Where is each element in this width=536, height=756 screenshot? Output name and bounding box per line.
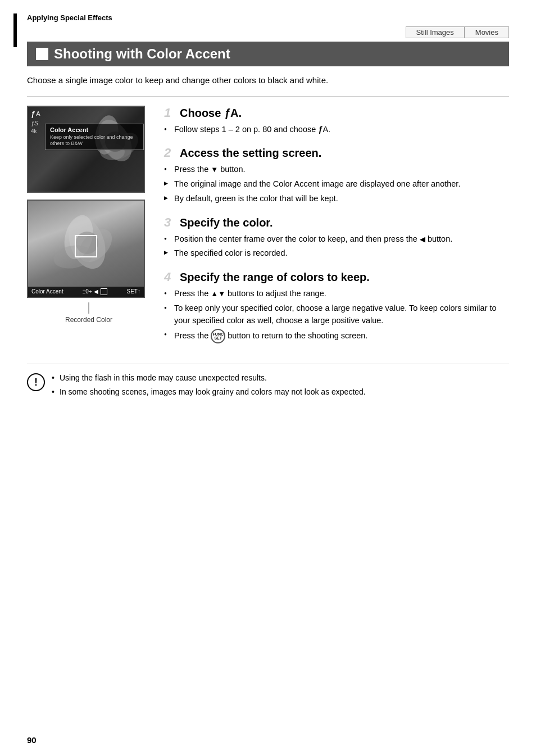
step-3-bullet-1: Position the center frame over the color… [164, 233, 509, 246]
step-4-header: 4 Specify the range of colors to keep. [164, 270, 509, 284]
step-2-bullet-3: By default, green is the color that will… [164, 193, 509, 205]
step-4-bullet-1: Press the ▲▼ buttons to adjust the range… [164, 288, 509, 300]
note-box: ! Using the flash in this mode may cause… [27, 364, 509, 400]
step-2-bullets: Press the ▼ button. The original image a… [164, 164, 509, 205]
section-label: Applying Special Effects [27, 13, 509, 22]
cam1-icon-4k: 4k [31, 128, 40, 134]
step-3-bullets: Position the center frame over the color… [164, 233, 509, 260]
recorded-color-line [66, 302, 111, 314]
step-3-num: 3 [164, 215, 175, 230]
step-1-title: Choose ƒA. [180, 107, 242, 120]
func-set-btn: FUNCSET [211, 329, 225, 343]
step-3: 3 Specify the color. Position the center… [164, 215, 509, 260]
cam1-menu-desc: Keep only selected color and change othe… [50, 134, 139, 147]
cam2-center-frame [75, 235, 97, 257]
cam2-value: ±0÷ [83, 288, 92, 295]
note-list: Using the flash in this mode may cause u… [52, 372, 366, 400]
page-number: 90 [27, 735, 37, 745]
step-3-title: Specify the color. [180, 216, 273, 229]
note-1: Using the flash in this mode may cause u… [52, 372, 366, 384]
step-2-title: Access the setting screen. [180, 147, 321, 160]
step-2-bullet-1: Press the ▼ button. [164, 164, 509, 176]
camera-screen-2: Color Accent ±0÷ ◀ SET↑ [27, 200, 145, 298]
cam2-left-btn: ◀ [94, 288, 98, 295]
step-2-header: 2 Access the setting screen. [164, 146, 509, 160]
step-4-title: Specify the range of colors to keep. [180, 271, 370, 284]
step-1-bullet-1: Follow steps 1 – 2 on p. 80 and choose ƒ… [164, 124, 509, 136]
step-3-bullet-2: The specified color is recorded. [164, 247, 509, 260]
right-steps: 1 Choose ƒA. Follow steps 1 – 2 on p. 80… [164, 106, 509, 354]
step-2-bullet-2: The original image and the Color Accent … [164, 178, 509, 191]
intro-text: Choose a single image color to keep and … [27, 74, 509, 87]
step-4-bullets: Press the ▲▼ buttons to adjust the range… [164, 288, 509, 343]
movies-tab: Movies [465, 26, 509, 38]
step-1-num: 1 [164, 106, 175, 120]
content-area: ƒA ƒS 4k Color Accent Keep only selected… [27, 106, 509, 354]
step-4-bullet-3: Press the FUNCSET button to return to th… [164, 329, 509, 343]
cam1-menu-title: Color Accent [50, 126, 139, 133]
step-1-bullets: Follow steps 1 – 2 on p. 80 and choose ƒ… [164, 124, 509, 136]
page-title: Shooting with Color Accent [54, 46, 230, 62]
title-box: Shooting with Color Accent [27, 42, 509, 66]
cam1-top-icons: ƒA ƒS 4k [31, 110, 40, 134]
step-4-bullet-2: To keep only your specified color, choos… [164, 302, 509, 327]
still-images-tab: Still Images [406, 26, 465, 38]
cam1-menu-box: Color Accent Keep only selected color an… [45, 124, 144, 150]
caution-icon: ! [27, 373, 45, 391]
step-4: 4 Specify the range of colors to keep. P… [164, 270, 509, 343]
left-images: ƒA ƒS 4k Color Accent Keep only selected… [27, 106, 151, 354]
recorded-color-section: Recorded Color [27, 302, 151, 324]
cam2-set-label: SET↑ [127, 288, 140, 295]
cam2-bottom-bar: Color Accent ±0÷ ◀ SET↑ [28, 287, 144, 297]
camera-screen-1: ƒA ƒS 4k Color Accent Keep only selected… [27, 106, 145, 193]
still-movies-row: Still Images Movies [27, 26, 509, 38]
divider-top [27, 96, 509, 97]
step-3-header: 3 Specify the color. [164, 215, 509, 230]
step-2-num: 2 [164, 146, 175, 160]
cam2-color-accent-label: Color Accent [31, 288, 63, 295]
cam2-small-box [101, 288, 107, 295]
cam1-icon-fs: ƒS [31, 120, 40, 126]
step-4-num: 4 [164, 270, 175, 284]
step-2: 2 Access the setting screen. Press the ▼… [164, 146, 509, 205]
left-bar [13, 13, 17, 47]
title-icon [36, 48, 48, 60]
note-2: In some shooting scenes, images may look… [52, 386, 366, 398]
step-1-header: 1 Choose ƒA. [164, 106, 509, 120]
recorded-color-label: Recorded Color [65, 316, 112, 324]
cam1-icon-fa: ƒA [31, 110, 40, 118]
step-1: 1 Choose ƒA. Follow steps 1 – 2 on p. 80… [164, 106, 509, 136]
cam2-bottom-controls: ±0÷ ◀ [83, 288, 108, 295]
